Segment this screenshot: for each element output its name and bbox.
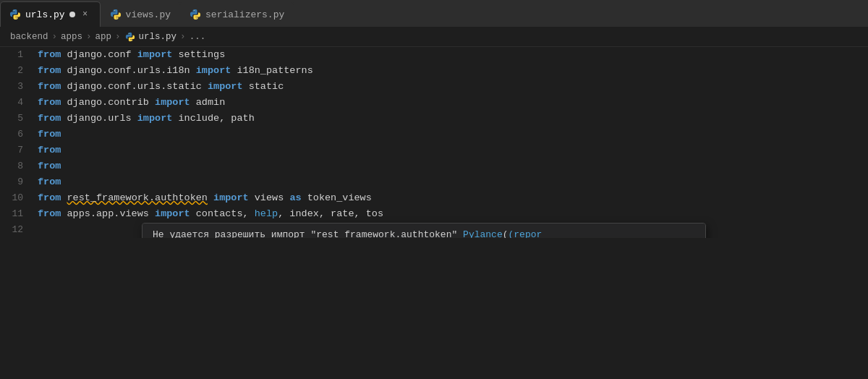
sep3: › bbox=[115, 32, 121, 42]
line-number: 6 bbox=[0, 127, 35, 142]
pylance-report-link[interactable]: (repor bbox=[509, 229, 542, 238]
line-number: 12 bbox=[0, 222, 35, 238]
line-number: 10 bbox=[0, 190, 35, 206]
table-row: 11 from apps.app.views import contacts, … bbox=[0, 206, 868, 222]
code-line[interactable]: from bbox=[35, 142, 868, 158]
line-number: 7 bbox=[0, 142, 35, 158]
svg-point-2 bbox=[114, 10, 115, 11]
svg-point-5 bbox=[196, 18, 197, 19]
breadcrumb: backend › apps › app › urls.py › ... bbox=[0, 27, 868, 47]
line-number: 4 bbox=[0, 95, 35, 111]
tab-serializers-label: serializers.py bbox=[205, 9, 284, 20]
code-line[interactable]: from django.conf.urls.i18n import i18n_p… bbox=[35, 63, 868, 79]
editor: 1 from django.conf import settings 2 fro… bbox=[0, 47, 868, 238]
python-icon-serializers bbox=[190, 9, 201, 20]
code-line[interactable]: from django.contrib import admin bbox=[35, 95, 868, 111]
svg-point-3 bbox=[116, 18, 117, 19]
table-row: 4 from django.contrib import admin bbox=[0, 95, 868, 111]
sep2: › bbox=[86, 32, 92, 42]
svg-point-6 bbox=[129, 33, 129, 34]
table-row: 10 from rest_framework.authtoken import … bbox=[0, 190, 868, 206]
tab-serializers[interactable]: serializers.py bbox=[180, 1, 294, 27]
breadcrumb-app[interactable]: app bbox=[95, 32, 112, 42]
line-number: 1 bbox=[0, 47, 35, 63]
code-line[interactable]: from django.urls import include, path bbox=[35, 111, 868, 127]
svg-point-4 bbox=[194, 10, 195, 11]
breadcrumb-ellipsis[interactable]: ... bbox=[190, 32, 206, 42]
breadcrumb-apps[interactable]: apps bbox=[61, 32, 82, 42]
tab-views-label: views.py bbox=[126, 9, 171, 20]
table-row: 3 from django.conf.urls.static import st… bbox=[0, 79, 868, 95]
tab-views[interactable]: views.py bbox=[101, 1, 180, 27]
code-line[interactable]: from rest_framework.authtoken import vie… bbox=[35, 190, 868, 206]
code-table: 1 from django.conf import settings 2 fro… bbox=[0, 47, 868, 238]
python-icon-urls bbox=[9, 9, 21, 20]
code-line[interactable]: from bbox=[35, 127, 868, 142]
table-row: 2 from django.conf.urls.i18n import i18n… bbox=[0, 63, 868, 79]
svg-point-0 bbox=[14, 10, 14, 11]
diagnostic-message: Не удается разрешить импорт "rest_framew… bbox=[142, 223, 705, 238]
sep4: › bbox=[180, 32, 186, 42]
sep1: › bbox=[52, 32, 58, 42]
tab-bar: urls.py × views.py serializers.py bbox=[0, 0, 868, 27]
code-line[interactable]: from django.conf import settings bbox=[35, 47, 868, 63]
diagnostic-tool: Pylance((repor bbox=[463, 229, 542, 238]
line-number: 3 bbox=[0, 79, 35, 95]
line-number: 2 bbox=[0, 63, 35, 79]
code-line[interactable]: from bbox=[35, 158, 868, 174]
table-row: 1 from django.conf import settings bbox=[0, 47, 868, 63]
python-icon-views bbox=[110, 9, 122, 20]
line-number: 8 bbox=[0, 158, 35, 174]
tab-urls-dirty bbox=[69, 12, 75, 17]
code-line[interactable]: from apps.app.views import contacts, hel… bbox=[35, 206, 868, 222]
table-row: 6 from bbox=[0, 127, 868, 142]
breadcrumb-file[interactable]: urls.py bbox=[139, 32, 177, 42]
breadcrumb-python-icon bbox=[124, 31, 136, 43]
tab-urls[interactable]: urls.py × bbox=[0, 1, 101, 27]
breadcrumb-backend[interactable]: backend bbox=[10, 32, 48, 42]
code-line[interactable]: from django.conf.urls.static import stat… bbox=[35, 79, 868, 95]
pylance-label: Pylance bbox=[463, 229, 503, 238]
table-row: 8 from bbox=[0, 158, 868, 174]
table-row: 5 from django.urls import include, path bbox=[0, 111, 868, 127]
line-number: 11 bbox=[0, 206, 35, 222]
table-row: 7 from bbox=[0, 142, 868, 158]
diagnostic-text: Не удается разрешить импорт "rest_framew… bbox=[153, 229, 457, 238]
svg-point-7 bbox=[130, 40, 131, 41]
table-row: 9 from bbox=[0, 174, 868, 190]
svg-point-1 bbox=[16, 18, 17, 19]
code-line[interactable]: from bbox=[35, 174, 868, 190]
line-number: 5 bbox=[0, 111, 35, 127]
tab-urls-close[interactable]: × bbox=[80, 9, 91, 20]
line-number: 9 bbox=[0, 174, 35, 190]
tab-urls-label: urls.py bbox=[25, 9, 65, 20]
diagnostic-popup: Не удается разрешить импорт "rest_framew… bbox=[142, 223, 706, 238]
